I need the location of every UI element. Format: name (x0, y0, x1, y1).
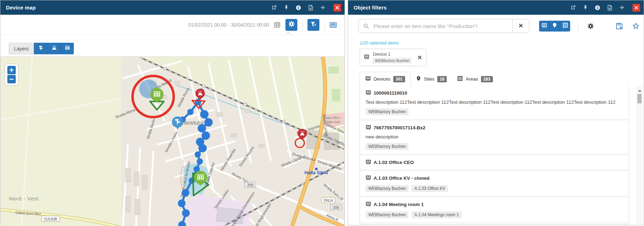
window-controls (570, 4, 640, 12)
item-title: A.1.02 Office CEO (374, 160, 414, 165)
filter-toolbar (359, 19, 639, 33)
plus-icon (9, 68, 14, 73)
tab-sites[interactable]: Sites 18 (411, 72, 452, 86)
list-item[interactable]: A.1.02 Office CEO (360, 155, 629, 171)
calendar-icon[interactable] (274, 21, 281, 28)
info-icon[interactable] (595, 5, 600, 11)
date-range-label: 01/02/2021 00:00 - 30/04/2021 00:00 (189, 22, 269, 28)
track-point[interactable] (198, 124, 206, 132)
map-canvas[interactable]: TineretuluiStrada MadridStrada RomaStrad… (0, 57, 345, 226)
list-item[interactable]: A.1.04 Meeting room 1WEBfactory BuchenA.… (360, 197, 629, 224)
device-map-title: Device map (6, 5, 271, 11)
selected-item-chip[interactable]: Device 1 WEBfactory Buchen (360, 49, 426, 66)
info-icon[interactable] (296, 5, 301, 11)
track-point[interactable] (182, 209, 190, 217)
gear-icon (288, 21, 295, 29)
filter-areas-button[interactable] (560, 21, 570, 32)
item-badge: WEBfactory Buchen (366, 211, 409, 218)
device-icon (366, 159, 371, 166)
list-item[interactable]: 7667755700017114.Bx2new descriptionWEBfa… (360, 121, 629, 155)
track-point[interactable] (198, 144, 207, 152)
map-marker-icon (416, 76, 421, 82)
device-map-panel: Device map 01/02/2021 00:00 - 30/04/2021… (0, 0, 345, 225)
filter-edit-icon (310, 21, 317, 29)
svg-text:200: 200 (333, 206, 339, 210)
track-point[interactable] (187, 109, 193, 115)
object-filters-panel: Object filters 1/20 selected items Devic… (348, 0, 644, 225)
layer-toggle-sites[interactable] (34, 43, 47, 54)
object-filters-header: Object filters (348, 0, 644, 15)
track-point[interactable] (182, 189, 189, 197)
track-point[interactable] (194, 151, 201, 158)
window-controls (271, 4, 341, 12)
pushpin-icon[interactable] (582, 5, 588, 11)
zoom-in-button[interactable] (7, 66, 16, 74)
item-badges: WEBfactory BuchenA.1.04 Meetings room 1 (366, 211, 623, 218)
settings-popup-caret (286, 33, 291, 35)
tab-label: Areas (466, 76, 478, 82)
item-badges: WEBfactory Buchen (366, 108, 623, 115)
filter-settings-button[interactable] (587, 23, 594, 29)
layer-toggle-devices[interactable] (61, 43, 74, 54)
list-item[interactable]: A.1.03 Office KV - clonedWEBfactory Buch… (360, 171, 629, 197)
filter-edit-button[interactable] (307, 19, 319, 31)
close-button[interactable] (333, 4, 341, 12)
radiator-icon (64, 45, 70, 52)
device-icon (364, 54, 369, 61)
resize-horizontal-icon[interactable] (320, 5, 326, 11)
list-scrollbar[interactable] (636, 86, 643, 225)
map-marker-icon (552, 22, 557, 29)
object-filters-title: Object filters (354, 5, 570, 11)
chip-badge: WEBfactory Buchen (373, 58, 411, 63)
map-settings-button[interactable] (285, 19, 297, 31)
tab-devices[interactable]: Devices 301 (360, 72, 411, 86)
track-point[interactable] (201, 131, 210, 140)
search-group (359, 19, 529, 33)
tabs-bar: Devices 301 Sites 18 Areas 283 (360, 71, 629, 86)
item-title: A.1.04 Meeting room 1 (374, 202, 424, 207)
object-list: 1000001110010Test description 112Test de… (360, 86, 629, 225)
layer-toggle-alarms[interactable] (47, 43, 61, 54)
item-title: A.1.03 Office KV - cloned (374, 176, 430, 181)
favorite-button[interactable] (632, 22, 639, 30)
clear-search-button[interactable] (512, 19, 529, 33)
layout-button[interactable] (330, 22, 337, 28)
open-in-new-icon[interactable] (271, 5, 277, 11)
export-pdf-icon[interactable] (607, 5, 613, 11)
export-pdf-icon[interactable] (308, 5, 313, 11)
item-badge: A.1.03 Office KV (411, 185, 448, 192)
selected-items-link[interactable]: 1/20 selected items (360, 40, 399, 46)
scroll-up-button[interactable] (637, 86, 643, 92)
device-icon (365, 76, 371, 82)
device-icon (366, 175, 371, 182)
svg-text:DJ143B: DJ143B (44, 217, 57, 221)
device-icon (366, 201, 371, 208)
track-point[interactable] (178, 199, 185, 207)
search-input[interactable] (373, 19, 512, 33)
track-point[interactable] (204, 118, 213, 126)
tab-label: Devices (374, 76, 390, 82)
area-icon (562, 22, 568, 29)
scrollbar-thumb[interactable] (637, 94, 642, 103)
tab-label: Sites (424, 76, 434, 82)
track-point[interactable] (200, 110, 208, 118)
road-ref-badge: DJ143B (42, 216, 59, 221)
resize-horizontal-icon[interactable] (619, 5, 625, 11)
list-item[interactable]: 1000001110010Test description 112Test de… (360, 86, 629, 121)
filter-type-buttons (539, 21, 570, 32)
filter-sites-button[interactable] (550, 21, 560, 32)
map-zoom-control (5, 64, 19, 85)
track-point[interactable] (197, 158, 203, 165)
search-icon (359, 19, 373, 33)
open-in-new-icon[interactable] (570, 5, 576, 11)
remove-chip-button[interactable] (418, 55, 422, 60)
filter-devices-button[interactable] (539, 21, 550, 32)
chip-title: Device 1 (373, 52, 411, 57)
close-button[interactable] (632, 4, 640, 12)
zoom-out-button[interactable] (7, 75, 16, 83)
save-filter-button[interactable] (616, 22, 623, 30)
tab-areas[interactable]: Areas 283 (452, 72, 498, 86)
map-container: TineretuluiStrada MadridStrada RomaStrad… (0, 56, 345, 226)
road-ref-badge: 200 (331, 204, 342, 210)
pushpin-icon[interactable] (283, 5, 289, 11)
